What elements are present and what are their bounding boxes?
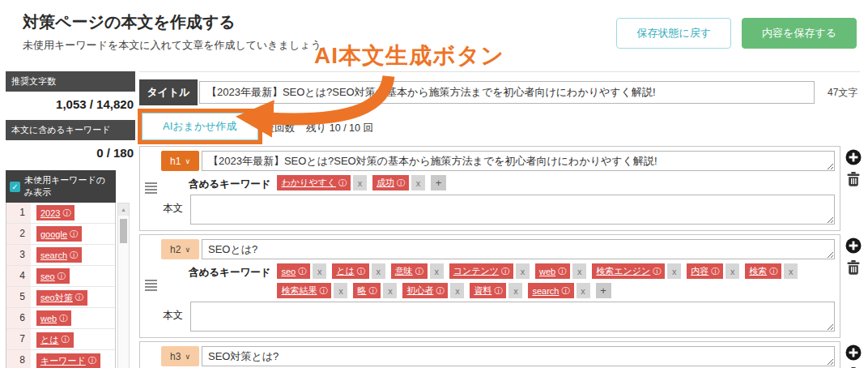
body-textarea[interactable] [190, 302, 835, 332]
remove-keyword-button[interactable]: x [572, 263, 586, 279]
keyword-list-item: 8 キーワードⓘ [6, 350, 115, 368]
info-icon: ⓘ [769, 266, 777, 277]
heading-section: h2∨ 含めるキーワード seoⓘ x とはⓘ x 意味ⓘ x コンテンツⓘ x… [139, 234, 840, 338]
remove-keyword-button[interactable]: x [372, 263, 385, 279]
keyword-tag[interactable]: 略ⓘ [353, 283, 381, 298]
body-textarea[interactable] [190, 195, 835, 225]
info-icon: ⓘ [62, 208, 70, 219]
keyword-tag[interactable]: わかりやすくⓘ [277, 175, 351, 190]
remove-keyword-button[interactable]: x [508, 283, 522, 298]
info-icon: ⓘ [357, 266, 365, 277]
remove-keyword-button[interactable]: x [313, 263, 326, 279]
remove-keyword-button[interactable]: x [430, 263, 444, 279]
add-section-icon[interactable] [845, 237, 862, 254]
remove-keyword-button[interactable]: x [667, 263, 681, 279]
recommended-char-count-header: 推奨文字数 [6, 71, 135, 92]
annotation-highlight-box: AIおまかせ作成 [138, 109, 262, 144]
keyword-tag[interactable]: seo対策ⓘ [36, 290, 87, 306]
info-icon: ⓘ [368, 285, 377, 297]
keyword-tag[interactable]: 検索結果ⓘ [277, 283, 331, 298]
info-icon: ⓘ [501, 266, 509, 277]
heading-level-select[interactable]: h1∨ [161, 151, 199, 171]
remove-keyword-button[interactable]: x [411, 175, 425, 190]
keyword-tag[interactable]: webⓘ [36, 310, 71, 326]
remove-keyword-button[interactable]: x [383, 283, 397, 298]
keyword-tags: seoⓘ x とはⓘ x 意味ⓘ x コンテンツⓘ x webⓘ x 検索エンジ… [277, 263, 835, 298]
keyword-tag[interactable]: とはⓘ [332, 263, 369, 279]
remove-keyword-button[interactable]: x [334, 283, 347, 298]
info-icon: ⓘ [57, 271, 66, 282]
heading-level-select[interactable]: h3∨ [161, 346, 199, 366]
keyword-tag[interactable]: 2023ⓘ [36, 205, 74, 220]
keyword-index: 7 [6, 329, 31, 349]
info-icon: ⓘ [59, 313, 67, 324]
keyword-tag[interactable]: seoⓘ [277, 263, 310, 279]
title-input[interactable] [199, 81, 815, 104]
keyword-tag[interactable]: 意味ⓘ [391, 263, 428, 279]
keyword-tags: わかりやすくⓘ x 成功ⓘ x + [277, 175, 446, 190]
info-icon: ⓘ [298, 266, 306, 277]
keyword-tag[interactable]: キーワードⓘ [36, 353, 100, 368]
keyword-list-scrollbar[interactable]: ▲ [117, 203, 130, 368]
remove-keyword-button[interactable]: x [516, 263, 530, 279]
keyword-list-wrap: 1 2023ⓘ 2 googleⓘ 3 searchⓘ 4 seoⓘ 5 seo… [6, 203, 135, 368]
keyword-index: 2 [6, 224, 31, 244]
keyword-tag[interactable]: webⓘ [535, 263, 570, 279]
keyword-tag[interactable]: 初心者ⓘ [402, 283, 448, 298]
unused-keywords-filter[interactable]: ✓ 未使用キーワードのみ表示 [6, 170, 116, 203]
add-section-icon[interactable] [845, 149, 862, 165]
info-icon: ⓘ [70, 229, 78, 240]
keyword-tag[interactable]: 資料ⓘ [470, 283, 506, 298]
keyword-tag[interactable]: searchⓘ [36, 247, 82, 263]
chevron-down-icon: ∨ [185, 246, 190, 254]
save-content-button[interactable]: 内容を保存する [742, 18, 857, 49]
keyword-list-item: 3 searchⓘ [6, 245, 115, 266]
add-keyword-button[interactable]: + [431, 175, 446, 190]
research-quota-text: 調査回数残り 10 / 10 回 [254, 122, 373, 135]
info-icon: ⓘ [338, 178, 347, 189]
drag-handle-icon[interactable] [140, 346, 161, 368]
revert-saved-state-button[interactable]: 保存状態に戻す [616, 18, 731, 49]
keyword-tag[interactable]: コンテンツⓘ [449, 263, 513, 279]
keyword-tag[interactable]: 内容ⓘ [687, 263, 723, 279]
keyword-tag[interactable]: 検索エンジンⓘ [592, 263, 665, 279]
heading-text-input[interactable] [202, 239, 835, 259]
keyword-index: 5 [6, 287, 31, 307]
keyword-index: 1 [6, 203, 31, 223]
keyword-index: 6 [6, 308, 31, 328]
remove-keyword-button[interactable]: x [353, 175, 367, 190]
page: 対策ページの本文を作成する 未使用キーワードを本文に入れて文章を作成していきまし… [0, 0, 868, 368]
keyword-list-item: 7 とはⓘ [6, 329, 115, 350]
title-row: タイトル 47文字 [139, 79, 860, 105]
drag-handle-icon[interactable] [140, 151, 161, 225]
delete-section-icon[interactable] [847, 172, 860, 186]
include-keywords-label: 含めるキーワード [189, 175, 270, 191]
heading-level-select[interactable]: h2∨ [161, 239, 199, 259]
main-panel: タイトル 47文字 AIおまかせ作成 調査回数残り 10 / 10 回 h1∨ … [139, 71, 860, 368]
keyword-tag[interactable]: searchⓘ [528, 283, 573, 298]
delete-section-icon[interactable] [847, 260, 860, 275]
scrollbar-up-arrow-icon[interactable]: ▲ [118, 203, 129, 216]
ai-auto-create-button[interactable]: AIおまかせ作成 [142, 113, 258, 140]
remove-keyword-button[interactable]: x [725, 263, 739, 279]
scrollbar-thumb[interactable] [120, 219, 127, 243]
remove-keyword-button[interactable]: x [784, 263, 798, 279]
keyword-tag[interactable]: 成功ⓘ [372, 175, 409, 190]
keyword-tag[interactable]: 検索ⓘ [745, 263, 781, 279]
keyword-tag[interactable]: とはⓘ [36, 332, 74, 348]
keyword-tag[interactable]: seoⓘ [36, 268, 70, 284]
drag-handle-icon[interactable] [140, 239, 161, 332]
remove-keyword-button[interactable]: x [577, 283, 590, 298]
info-icon: ⓘ [653, 266, 661, 277]
heading-text-input[interactable] [202, 346, 835, 366]
checkbox-checked-icon[interactable]: ✓ [10, 182, 20, 192]
add-section-icon[interactable] [845, 344, 862, 361]
body-keywords-header: 本文に含めるキーワード [6, 120, 135, 140]
keyword-tag[interactable]: googleⓘ [36, 226, 82, 242]
keyword-index: 8 [6, 350, 31, 368]
annotation-ai-generate-label: AI本文生成ボタン [314, 41, 504, 71]
remove-keyword-button[interactable]: x [450, 283, 464, 298]
heading-text-input[interactable] [202, 151, 835, 171]
add-keyword-button[interactable]: + [596, 283, 611, 298]
body-label: 本文 [163, 195, 183, 225]
